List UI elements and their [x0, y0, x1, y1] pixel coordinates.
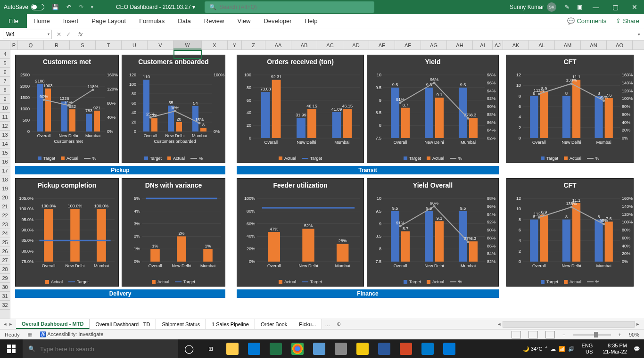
- share-button[interactable]: ⇪ Share: [611, 17, 644, 25]
- volume-icon[interactable]: 🔊: [568, 346, 575, 352]
- maximize-button[interactable]: ▢: [606, 3, 625, 11]
- zoom-slider[interactable]: [573, 334, 611, 336]
- col-header-V[interactable]: V: [148, 41, 173, 49]
- horizontal-scrollbar[interactable]: [503, 321, 635, 328]
- select-all-triangle[interactable]: [0, 41, 10, 49]
- chrome-icon[interactable]: [287, 339, 308, 358]
- col-header-AJ[interactable]: AJ: [493, 41, 503, 49]
- col-header-Y[interactable]: Y: [228, 41, 242, 49]
- ribbon-options-icon[interactable]: ▣: [573, 4, 586, 10]
- fx-icon[interactable]: fx: [75, 31, 85, 38]
- taskbar-search[interactable]: 🔍: [23, 339, 178, 358]
- row-header-8[interactable]: 8: [0, 86, 10, 95]
- cancel-formula-icon[interactable]: ✕: [57, 31, 61, 38]
- ribbon-tab-page-layout[interactable]: Page Layout: [85, 14, 132, 28]
- col-header-Q[interactable]: Q: [18, 41, 44, 49]
- row-header-22[interactable]: 22: [0, 211, 10, 220]
- taskbar-search-input[interactable]: [40, 346, 173, 353]
- row-header-20[interactable]: 20: [0, 193, 10, 202]
- row-header-14[interactable]: 14: [0, 140, 10, 148]
- weather-icon[interactable]: 🌙 34°C: [523, 346, 543, 352]
- col-header-AA[interactable]: AA: [265, 41, 291, 49]
- add-sheet-button[interactable]: ⊕: [333, 321, 345, 327]
- col-header-AB[interactable]: AB: [291, 41, 317, 49]
- ribbon-tab-insert[interactable]: Insert: [57, 14, 85, 28]
- col-header-AK[interactable]: AK: [503, 41, 529, 49]
- ribbon-tab-help[interactable]: Help: [298, 14, 324, 28]
- onedrive-icon[interactable]: ☁: [551, 346, 556, 352]
- vscode-icon[interactable]: [417, 339, 438, 358]
- notepad-icon[interactable]: [308, 339, 330, 358]
- row-header-4[interactable]: 4: [0, 50, 10, 59]
- row-header-18[interactable]: 18: [0, 175, 10, 184]
- sheet-nav-first-icon[interactable]: ◂: [3, 321, 8, 327]
- chart-customers-onboarded[interactable]: Customers onboarded0204060801001200%100%…: [122, 55, 225, 163]
- edge-icon[interactable]: [438, 339, 460, 358]
- sheet-tab[interactable]: 1 Sales Pipeline: [206, 319, 255, 329]
- row-header-25[interactable]: 25: [0, 238, 10, 247]
- row-header-26[interactable]: 26: [0, 247, 10, 256]
- col-header-AH[interactable]: AH: [447, 41, 473, 49]
- sheet-tab[interactable]: Shipment Status: [156, 319, 206, 329]
- col-header-AI[interactable]: AI: [473, 41, 493, 49]
- row-header-23[interactable]: 23: [0, 220, 10, 229]
- start-button[interactable]: [0, 339, 23, 358]
- chart-orders-received[interactable]: Orders received (ton)02040608010073.0892…: [237, 55, 364, 163]
- chart-yield-overall[interactable]: Yield Overall7.588.599.51082%84%86%88%90…: [367, 178, 499, 287]
- ribbon-tab-developer[interactable]: Developer: [257, 14, 298, 28]
- row-header-10[interactable]: 10: [0, 104, 10, 113]
- word-icon[interactable]: [373, 339, 395, 358]
- ribbon-tab-view[interactable]: View: [231, 14, 257, 28]
- col-header-R[interactable]: R: [44, 41, 70, 49]
- row-header-9[interactable]: 9: [0, 95, 10, 104]
- row-header-5[interactable]: 5: [0, 59, 10, 68]
- row-header-24[interactable]: 24: [0, 229, 10, 238]
- undo-icon[interactable]: ↶: [63, 4, 75, 10]
- close-button[interactable]: ✕: [625, 3, 644, 11]
- user-account[interactable]: Sunny Kumar SK: [505, 2, 561, 12]
- excel-icon[interactable]: [265, 339, 287, 358]
- col-header-AL[interactable]: AL: [529, 41, 555, 49]
- chart-cft2[interactable]: CFT0246810120%20%40%60%80%100%120%140%16…: [506, 178, 634, 287]
- col-header-Z[interactable]: Z: [242, 41, 265, 49]
- accessibility-status[interactable]: ♿ Accessibility: Investigate: [40, 331, 104, 337]
- search-box[interactable]: 🔍: [205, 1, 374, 13]
- hscroll-right-icon[interactable]: ▸: [635, 321, 641, 328]
- sheet-tab[interactable]: Overall Dashboard - TD: [90, 319, 156, 329]
- row-header-31[interactable]: 31: [0, 292, 10, 301]
- row-header-7[interactable]: 7: [0, 77, 10, 86]
- col-header-T[interactable]: T: [96, 41, 122, 49]
- row-header-29[interactable]: 29: [0, 274, 10, 283]
- chart-pickup-completion[interactable]: Pickup completion75.0%80.0%85.0%90.0%95.…: [15, 178, 119, 287]
- zoom-in-button[interactable]: +: [619, 332, 621, 337]
- row-header-13[interactable]: 13: [0, 131, 10, 140]
- view-pagelayout-button[interactable]: [528, 331, 538, 338]
- col-header-AO[interactable]: AO: [607, 41, 633, 49]
- col-header-AG[interactable]: AG: [421, 41, 447, 49]
- datetime[interactable]: 8:35 PM 21-Mar-22: [599, 343, 631, 355]
- tray-expand-icon[interactable]: ˄: [545, 346, 548, 352]
- row-header-27[interactable]: 27: [0, 256, 10, 265]
- formula-expand-icon[interactable]: ▾: [634, 32, 644, 37]
- system-tray[interactable]: 🌙 34°C ˄ ☁ 📶 🔊 ENG US 8:35 PM 21-Mar-22 …: [519, 343, 644, 355]
- col-header-U[interactable]: U: [122, 41, 148, 49]
- notifications-icon[interactable]: 💬: [634, 346, 640, 352]
- chart-cft[interactable]: CFT0246810120%20%40%60%80%100%120%140%16…: [506, 55, 634, 163]
- ribbon-tab-file[interactable]: File: [0, 14, 27, 28]
- chart-dns-variance[interactable]: DNs with variance0%1%2%3%4%5%1%Overall2%…: [122, 178, 225, 287]
- sheet-tab[interactable]: Picku...: [293, 319, 322, 329]
- sheet-nav-prev-icon[interactable]: ▸: [8, 321, 13, 327]
- qat-more-icon[interactable]: ▾: [87, 5, 97, 9]
- ribbon-tab-formulas[interactable]: Formulas: [132, 14, 171, 28]
- chart-yield[interactable]: Yield7.588.599.51082%84%86%88%90%92%94%9…: [367, 55, 499, 163]
- taskview-icon[interactable]: ◯: [178, 339, 200, 358]
- mail-icon[interactable]: [243, 339, 265, 358]
- view-pagebreak-button[interactable]: [545, 331, 555, 338]
- namebox-dropdown-icon[interactable]: ▾: [45, 30, 52, 39]
- row-header-21[interactable]: 21: [0, 202, 10, 211]
- save-icon[interactable]: 💾: [48, 4, 63, 10]
- sheet-tab[interactable]: Overall Dashboard - MTD: [16, 319, 90, 329]
- row-header-11[interactable]: 11: [0, 113, 10, 122]
- col-header-AF[interactable]: AF: [395, 41, 421, 49]
- redo-icon[interactable]: ↷: [75, 4, 87, 10]
